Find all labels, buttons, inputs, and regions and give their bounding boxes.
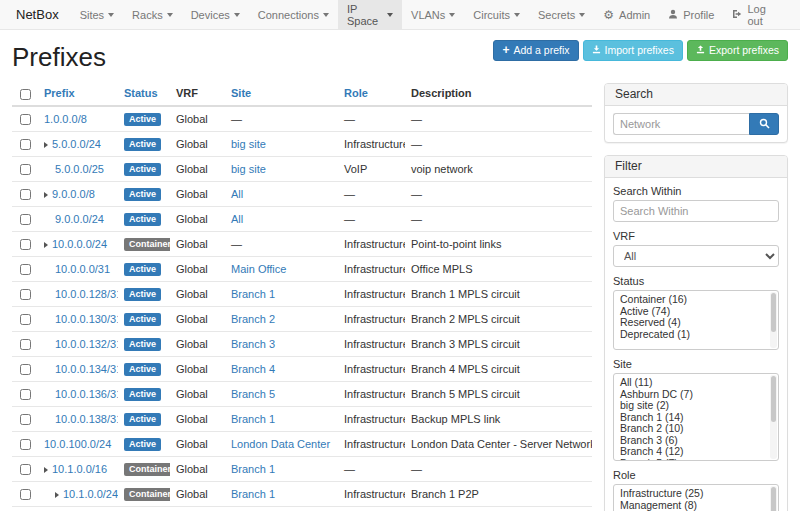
listbox-option[interactable]: Branch 3 (6): [614, 435, 778, 447]
row-checkbox[interactable]: [20, 139, 31, 150]
site-link[interactable]: Branch 1: [231, 463, 275, 475]
search-within-input[interactable]: [613, 200, 779, 222]
nav-item-circuits[interactable]: Circuits: [464, 0, 529, 29]
nav-item-devices[interactable]: Devices: [182, 0, 249, 29]
col-header-role[interactable]: Role: [338, 83, 405, 106]
scrollbar-thumb[interactable]: [771, 293, 776, 332]
row-checkbox[interactable]: [20, 339, 31, 350]
import-prefixes-button[interactable]: Import prefixes: [583, 40, 683, 61]
site-link[interactable]: Branch 5: [231, 388, 275, 400]
prefix-link[interactable]: 10.0.0.132/31: [55, 338, 118, 350]
export-prefixes-button[interactable]: Export prefixes: [687, 40, 788, 61]
row-select-cell: [12, 506, 38, 511]
site-listbox[interactable]: All (11)Ashburn DC (7)big site (2)Branch…: [613, 373, 779, 461]
site-link[interactable]: Branch 1: [231, 413, 275, 425]
prefix-link[interactable]: 10.0.0.0/24: [52, 238, 107, 250]
listbox-option[interactable]: Management (8): [614, 500, 778, 511]
row-checkbox[interactable]: [20, 289, 31, 300]
site-link[interactable]: Branch 3: [231, 338, 275, 350]
select-all-checkbox[interactable]: [20, 89, 31, 100]
site-link[interactable]: London Data Center: [231, 438, 330, 450]
row-checkbox[interactable]: [20, 264, 31, 275]
row-checkbox[interactable]: [20, 414, 31, 425]
col-header-status[interactable]: Status: [118, 83, 170, 106]
listbox-option[interactable]: Branch 1 (14): [614, 412, 778, 424]
description-cell: —: [405, 181, 592, 206]
prefix-link[interactable]: 10.1.0.0/24: [63, 488, 118, 500]
listbox-option[interactable]: Infrastructure (25): [614, 488, 778, 500]
scrollbar[interactable]: [770, 486, 777, 511]
search-input[interactable]: [613, 113, 749, 135]
listbox-option[interactable]: Branch 2 (10): [614, 423, 778, 435]
nav-item-ip-space[interactable]: IP Space: [338, 0, 402, 29]
vrf-cell: Global: [170, 356, 225, 381]
description-cell: Point-to-point links: [405, 231, 592, 256]
site-link[interactable]: big site: [231, 138, 266, 150]
listbox-option[interactable]: Container (16): [614, 294, 778, 306]
scrollbar[interactable]: [770, 292, 777, 348]
listbox-option[interactable]: All (11): [614, 377, 778, 389]
prefix-link[interactable]: 10.0.0.0/31: [55, 263, 110, 275]
site-link[interactable]: Main Office: [231, 263, 286, 275]
nav-item-sites[interactable]: Sites: [71, 0, 123, 29]
row-select-cell: [12, 206, 38, 231]
prefix-link[interactable]: 10.0.0.134/31: [55, 363, 118, 375]
nav-item-secrets[interactable]: Secrets: [529, 0, 594, 29]
col-header-site[interactable]: Site: [225, 83, 338, 106]
role-listbox[interactable]: Infrastructure (25)Management (8)Private…: [613, 484, 779, 511]
listbox-option[interactable]: Branch 4 (12): [614, 446, 778, 458]
site-link[interactable]: Branch 1: [231, 288, 275, 300]
row-checkbox[interactable]: [20, 239, 31, 250]
listbox-option[interactable]: Deprecated (1): [614, 329, 778, 341]
col-header-prefix[interactable]: Prefix: [38, 83, 118, 106]
listbox-option[interactable]: Ashburn DC (7): [614, 389, 778, 401]
row-checkbox[interactable]: [20, 439, 31, 450]
app-brand[interactable]: NetBox: [10, 0, 71, 29]
row-checkbox[interactable]: [20, 114, 31, 125]
nav-item-connections[interactable]: Connections: [249, 0, 338, 29]
site-link[interactable]: Branch 2: [231, 313, 275, 325]
prefix-link[interactable]: 1.0.0.0/8: [44, 113, 87, 125]
scrollbar[interactable]: [770, 375, 777, 459]
site-link[interactable]: big site: [231, 163, 266, 175]
admin-link[interactable]: ⚙︎ Admin: [594, 0, 659, 29]
prefix-link[interactable]: 10.0.0.136/31: [55, 388, 118, 400]
site-link[interactable]: Branch 4: [231, 363, 275, 375]
scrollbar-thumb[interactable]: [771, 376, 776, 422]
row-checkbox[interactable]: [20, 164, 31, 175]
listbox-option[interactable]: Branch 5 (7): [614, 458, 778, 462]
site-link[interactable]: All: [231, 188, 243, 200]
prefix-cell: 10.1.0.0/16: [38, 456, 118, 481]
status-listbox[interactable]: Container (16)Active (74)Reserved (4)Dep…: [613, 290, 779, 350]
site-link[interactable]: Branch 1: [231, 488, 275, 500]
vrf-select[interactable]: All: [613, 245, 779, 267]
add-prefix-button[interactable]: + Add a prefix: [493, 40, 578, 61]
listbox-option[interactable]: big site (2): [614, 400, 778, 412]
nav-item-vlans[interactable]: VLANs: [402, 0, 464, 29]
prefix-link[interactable]: 10.0.0.138/31: [55, 413, 118, 425]
prefix-link[interactable]: 10.0.0.130/31: [55, 313, 118, 325]
profile-link[interactable]: Profile: [659, 0, 723, 29]
row-checkbox[interactable]: [20, 364, 31, 375]
prefix-link[interactable]: 5.0.0.0/25: [55, 163, 104, 175]
row-checkbox[interactable]: [20, 214, 31, 225]
row-checkbox[interactable]: [20, 189, 31, 200]
listbox-option[interactable]: Reserved (4): [614, 317, 778, 329]
prefix-cell: 10.0.0.128/31: [38, 281, 118, 306]
listbox-option[interactable]: Active (74): [614, 306, 778, 318]
row-checkbox[interactable]: [20, 489, 31, 500]
nav-item-racks[interactable]: Racks: [123, 0, 182, 29]
site-link[interactable]: All: [231, 213, 243, 225]
row-checkbox[interactable]: [20, 314, 31, 325]
row-checkbox[interactable]: [20, 389, 31, 400]
prefix-link[interactable]: 5.0.0.0/24: [52, 138, 101, 150]
prefix-link[interactable]: 9.0.0.0/8: [52, 188, 95, 200]
row-checkbox[interactable]: [20, 464, 31, 475]
logout-link[interactable]: Log out: [723, 0, 790, 29]
search-button[interactable]: [749, 113, 779, 135]
scrollbar-thumb[interactable]: [771, 487, 776, 511]
prefix-link[interactable]: 10.0.0.128/31: [55, 288, 118, 300]
prefix-link[interactable]: 10.0.100.0/24: [44, 438, 111, 450]
prefix-link[interactable]: 10.1.0.0/16: [52, 463, 107, 475]
prefix-link[interactable]: 9.0.0.0/24: [55, 213, 104, 225]
